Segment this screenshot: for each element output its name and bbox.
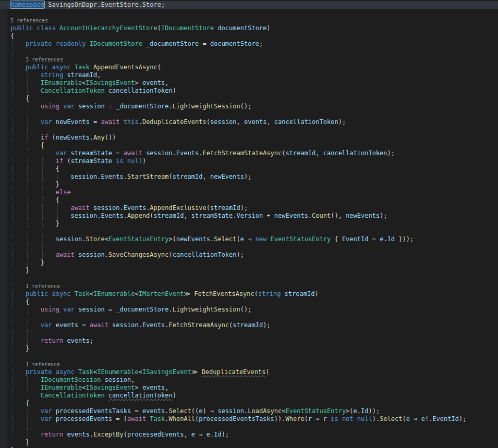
code-token: ( [168,173,172,180]
code-token: await [71,204,93,211]
code-line[interactable]: } [0,181,498,189]
indent-guide [42,157,43,165]
code-token: r [308,415,312,422]
code-token: e [199,407,202,415]
code-line[interactable] [0,353,498,360]
code-line[interactable]: CancellationToken cancellationToken) [0,87,498,95]
code-line[interactable]: public async Task<IEnumerable<IMartenEve… [0,290,498,298]
code-line[interactable]: if (newEvents.Any()) [0,134,498,142]
code-token: is not null [327,415,372,422]
indent-guide [12,321,13,329]
codelens-line[interactable]: 5 references [0,17,498,24]
code-token: ( [67,157,70,165]
indent-guide [12,345,13,353]
code-line[interactable]: return events.ExceptBy(processedEvents, … [0,431,498,439]
code-line[interactable] [0,423,498,431]
code-line[interactable]: } [0,259,498,267]
code-line[interactable]: return events; [0,337,498,345]
code-line[interactable]: await session.Events.AppendExclusive(str… [0,204,498,212]
code-token: Task [75,290,90,297]
code-token: . [308,212,312,219]
code-token [10,251,56,258]
code-line[interactable] [0,48,498,56]
codelens-line[interactable]: 1 reference [0,282,498,290]
code-token: Events [142,321,165,329]
code-line[interactable]: public class AccountHierarchyEventStore(… [0,24,498,32]
indent-guide [12,368,13,376]
indent-guide [27,204,28,212]
code-line[interactable]: CancellationToken cancellationToken) [0,392,498,400]
code-line[interactable]: { [0,32,498,40]
code-token [10,282,26,290]
code-token: . [105,251,108,258]
code-line[interactable]: } [0,267,498,275]
indent-guide [12,376,13,384]
indent-guide [12,110,13,118]
codelens-references[interactable]: 3 references [26,57,63,63]
code-line[interactable]: var newEvents = await this.DeduplicateEv… [0,118,498,126]
code-token: WhenAll [168,415,195,422]
code-line[interactable]: IEnumerable<ISavingsEvent> events, [0,384,498,392]
code-token: >( [168,235,176,243]
code-line[interactable]: } [0,439,498,446]
code-line[interactable]: IEnumerable<ISavingsEvent> events, [0,79,498,87]
code-token: , [237,118,244,126]
code-line[interactable] [0,228,498,235]
codelens-line[interactable]: 1 reference [0,360,498,368]
code-line[interactable]: session.Events.StartStream(streamId, new… [0,173,498,181]
code-token [10,384,41,391]
indent-guide [27,173,28,181]
indent-guide [27,423,28,431]
code-line[interactable]: namespace SavingsOnDapr.EventStore.Store… [0,1,498,9]
code-line[interactable]: session.Store<EventStatusEntry>(newEvent… [0,235,498,243]
code-line[interactable]: public async Task AppendEventsAsync( [0,64,498,71]
code-token: private async [26,368,78,376]
code-token: } [10,220,59,227]
code-line[interactable]: await session.SaveChangesAsync(cancellat… [0,251,498,259]
code-line[interactable]: { [0,400,498,407]
code-line[interactable]: { [0,298,498,306]
code-token: EventStatusEntry [286,407,346,415]
code-line[interactable]: { [0,142,498,150]
codelens-line[interactable]: 3 references [0,56,498,64]
code-line[interactable]: var streamState = await session.Events.F… [0,150,498,157]
indent-guide [27,384,28,392]
code-line[interactable]: else [0,189,498,196]
code-line[interactable]: IDocumentSession session, [0,376,498,384]
code-line[interactable]: private async Task<IEnumerable<ISavingsE… [0,368,498,376]
code-line[interactable] [0,329,498,337]
code-token: ( [265,368,269,376]
indent-guide [42,173,43,181]
code-token: ⇒ [244,235,256,243]
code-line[interactable] [0,314,498,321]
codelens-references[interactable]: 1 reference [26,362,60,367]
code-line[interactable] [0,9,498,17]
code-line[interactable]: using var session = _documentStore.Light… [0,103,498,110]
codelens-references[interactable]: 5 references [10,18,48,23]
code-line[interactable]: } [0,220,498,228]
code-line[interactable]: var processedEventsTasks = events.Select… [0,407,498,415]
code-line[interactable]: var processedEvents = (await Task.WhenAl… [0,415,498,423]
code-line[interactable] [0,110,498,118]
indent-guide [27,376,28,384]
code-line[interactable]: { [0,95,498,103]
code-line[interactable]: var events = await session.Events.FetchS… [0,321,498,329]
codelens-references[interactable]: 1 reference [26,283,60,289]
code-line[interactable]: } [0,345,498,353]
code-line[interactable] [0,275,498,282]
code-line[interactable]: private readonly IDocumentStore _documen… [0,40,498,48]
code-line[interactable] [0,126,498,134]
indent-guide [27,220,28,228]
code-line[interactable]: string streamId, [0,71,498,79]
code-line[interactable]: { [0,165,498,173]
code-token: _documentStore [146,40,199,47]
indent-guide [27,228,28,235]
code-line[interactable]: if (streamState is null) [0,157,498,165]
code-line[interactable]: { [0,196,498,204]
code-line[interactable] [0,243,498,251]
code-token: session [78,251,105,258]
code-token: documentStore [210,40,259,47]
code-line[interactable]: using var session = _documentStore.Light… [0,306,498,314]
code-token: session [112,321,139,329]
code-line[interactable]: session.Events.Append(streamId, streamSt… [0,212,498,220]
